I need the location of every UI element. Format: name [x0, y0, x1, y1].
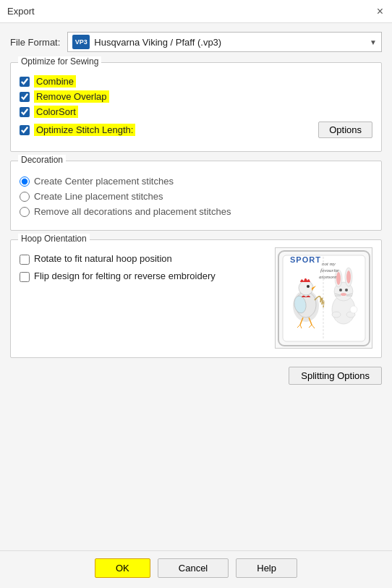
optimize-stitch-checkbox[interactable] [20, 125, 30, 135]
optimize-section-title: Optimize for Sewing [18, 56, 101, 67]
hoop-section-inner: Rotate to fit natural hoop position Flip… [20, 247, 372, 349]
color-sort-label[interactable]: ColorSort [34, 106, 78, 117]
close-button[interactable]: × [375, 6, 385, 17]
optimize-stitch-row: Optimize Stitch Length: Options [20, 122, 372, 138]
svg-point-27 [332, 312, 341, 318]
dialog-title: Export [7, 6, 35, 17]
svg-point-22 [341, 293, 346, 296]
decoration-option-3: Remove all decorations and placement sti… [20, 206, 372, 217]
file-format-icon: VP3 [72, 35, 90, 49]
splitting-options-row: Splitting Options [10, 367, 382, 385]
color-sort-row: ColorSort [20, 106, 372, 117]
optimize-stitch-with-button: Optimize Stitch Length: Options [20, 122, 372, 138]
title-bar: Export × [0, 0, 392, 23]
decoration-option-1: Create Center placement stitches [20, 176, 372, 187]
svg-point-19 [346, 270, 351, 284]
combine-label[interactable]: Combine [34, 76, 76, 87]
decoration-option-2: Create Line placement stitches [20, 191, 372, 202]
decoration-radio-1[interactable] [20, 176, 30, 187]
svg-point-17 [336, 272, 341, 285]
rotate-fit-row: Rotate to fit natural hoop position [20, 253, 268, 265]
options-button[interactable]: Options [318, 122, 372, 138]
file-format-row: File Format: VP3 Husqvarna Viking / Pfaf… [10, 32, 382, 52]
optimize-section: Optimize for Sewing Combine Remove Overl… [10, 62, 382, 152]
decoration-section-title: Decoration [18, 155, 66, 165]
svg-point-6 [307, 285, 310, 288]
embroidery-svg: not my favourite anymore SPORT [277, 250, 371, 347]
file-format-text: Husqvarna Viking / Pfaff (.vp3) [94, 37, 370, 48]
splitting-options-button[interactable]: Splitting Options [289, 367, 382, 385]
help-button[interactable]: Help [236, 558, 297, 578]
dialog-footer: OK Cancel Help [0, 550, 392, 588]
svg-point-4 [299, 281, 313, 295]
svg-text:SPORT: SPORT [290, 255, 321, 264]
color-sort-checkbox[interactable] [20, 107, 30, 117]
hoop-options: Rotate to fit natural hoop position Flip… [20, 253, 268, 282]
decoration-label-2[interactable]: Create Line placement stitches [34, 191, 163, 202]
decoration-label-1[interactable]: Create Center placement stitches [34, 176, 174, 187]
remove-overlap-checkbox[interactable] [20, 92, 30, 102]
hoop-section: Hoop Orientation Rotate to fit natural h… [10, 239, 382, 358]
flip-design-checkbox[interactable] [20, 272, 30, 282]
svg-text:not my: not my [322, 261, 336, 267]
decoration-section: Decoration Create Center placement stitc… [10, 161, 382, 231]
svg-point-29 [350, 306, 357, 313]
flip-design-label[interactable]: Flip design for felting or reverse embro… [34, 270, 216, 281]
combine-row: Combine [20, 76, 372, 87]
remove-overlap-label[interactable]: Remove Overlap [34, 91, 109, 102]
rotate-fit-checkbox[interactable] [20, 255, 30, 265]
ok-button[interactable]: OK [95, 558, 150, 578]
svg-text:anymore: anymore [319, 274, 336, 280]
decoration-radio-3[interactable] [20, 207, 30, 217]
rotate-fit-label[interactable]: Rotate to fit natural hoop position [34, 253, 172, 264]
hoop-section-title: Hoop Orientation [18, 234, 90, 244]
dialog-body: File Format: VP3 Husqvarna Viking / Pfaf… [0, 23, 392, 550]
remove-overlap-row: Remove Overlap [20, 91, 372, 102]
svg-point-20 [339, 289, 342, 291]
file-format-label: File Format: [10, 37, 60, 48]
dropdown-arrow-icon: ▼ [370, 38, 377, 46]
combine-checkbox[interactable] [20, 77, 30, 87]
hoop-preview-image: not my favourite anymore SPORT [275, 247, 372, 349]
svg-point-21 [345, 289, 348, 291]
decoration-label-3[interactable]: Remove all decorations and placement sti… [34, 206, 231, 217]
decoration-radio-2[interactable] [20, 192, 30, 202]
file-format-select[interactable]: VP3 Husqvarna Viking / Pfaff (.vp3) ▼ [67, 32, 382, 52]
optimize-stitch-label[interactable]: Optimize Stitch Length: [34, 124, 135, 135]
flip-design-row: Flip design for felting or reverse embro… [20, 270, 268, 282]
cancel-button[interactable]: Cancel [158, 558, 229, 578]
